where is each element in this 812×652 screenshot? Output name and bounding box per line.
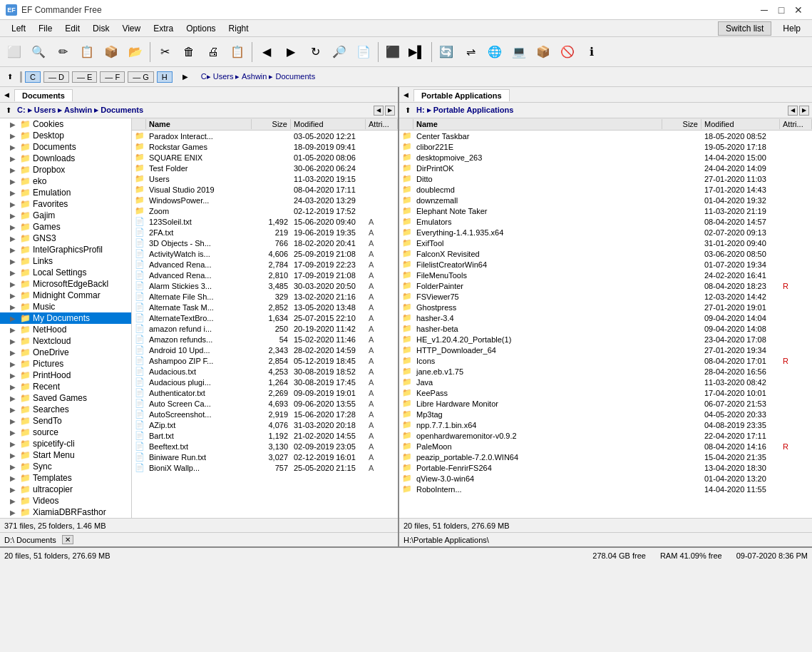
drive-g-left[interactable]: — G (128, 71, 154, 83)
tree-item-gns3[interactable]: ▶📁GNS3 (0, 233, 131, 244)
right-col-icon[interactable] (399, 119, 413, 129)
left-file-row[interactable]: 📄 Authenticator.txt 2,269 09-09-2019 19:… (132, 387, 398, 398)
tree-item-ultracopier[interactable]: ▶📁ultracopier (0, 484, 131, 495)
tree-item-intelgraphicsprofil[interactable]: ▶📁IntelGraphicsProfil (0, 244, 131, 255)
right-panel-next[interactable]: ▶ (799, 106, 809, 116)
tree-item-nethood[interactable]: ▶📁NetHood (0, 324, 131, 335)
toolbar-view-btn[interactable]: ⬜ (3, 41, 26, 63)
left-file-row[interactable]: 📄 Alternate File Sh... 329 13-02-2020 21… (132, 291, 398, 302)
tree-item-templates[interactable]: ▶📁Templates (0, 472, 131, 484)
toolbar-edit-btn[interactable]: ✏ (51, 41, 74, 63)
toolbar-copy-btn[interactable]: 📋 (76, 41, 98, 63)
left-file-row[interactable]: 📄 Audacious plugi... 1,264 30-08-2019 17… (132, 377, 398, 387)
left-file-row[interactable]: 📄 BioniX Wallp... 757 25-05-2020 21:15 A (132, 462, 398, 473)
toolbar-forward-btn[interactable]: ▶ (279, 41, 302, 63)
left-file-row[interactable]: 📄 Android 10 Upd... 2,343 28-02-2020 14:… (132, 345, 398, 355)
left-file-row[interactable]: 📄 Alternate Task M... 2,852 13-05-2020 1… (132, 302, 398, 312)
right-folder-row[interactable]: 📁 FileMenuTools 24-02-2020 16:41 (399, 270, 812, 280)
tree-item-xiamiadbrfasthor[interactable]: ▶📁XiamiaDBRFasthor (0, 506, 131, 518)
left-panel-next[interactable]: ▶ (385, 106, 395, 116)
left-file-row[interactable]: 📄 ActivityWatch is... 4,606 25-09-2019 2… (132, 248, 398, 259)
tree-item-videos[interactable]: ▶📁Videos (0, 495, 131, 506)
left-file-row[interactable]: 📄 123Soleil.txt 1,492 15-06-2020 09:40 A (132, 216, 398, 227)
tree-item-downloads[interactable]: ▶📁Downloads (0, 153, 131, 164)
right-folder-row[interactable]: 📁 Emulators 08-04-2020 14:57 (399, 216, 812, 227)
menu-left[interactable]: Left (6, 22, 31, 35)
drive-e-left[interactable]: — E (72, 71, 97, 83)
left-folder-row[interactable]: 📁 Test Folder 30-06-2020 06:24 (132, 163, 398, 173)
right-folder-row[interactable]: 📁 Elephant Note Taker 11-03-2020 21:19 (399, 205, 812, 216)
right-folder-row[interactable]: 📁 FSViewer75 12-03-2020 14:42 (399, 291, 812, 302)
toolbar-net-btn[interactable]: 🌐 (483, 41, 506, 63)
close-button[interactable]: ✕ (791, 3, 806, 17)
left-col-modified[interactable]: Modified (291, 119, 366, 129)
toolbar-delete-btn[interactable]: 🗑 (178, 41, 200, 63)
tree-item-dropbox[interactable]: ▶📁Dropbox (0, 164, 131, 175)
toolbar-cmd-btn[interactable]: ▶▌ (406, 41, 428, 63)
left-panel-prev[interactable]: ◀ (374, 106, 384, 116)
right-folder-row[interactable]: 📁 DirPrintOK 24-04-2020 14:09 (399, 163, 812, 173)
right-folder-row[interactable]: 📁 desktopmoive_263 14-04-2020 15:00 (399, 152, 812, 163)
tree-item-eko[interactable]: ▶📁eko (0, 175, 131, 187)
left-file-row[interactable]: 📄 Ashampoo ZIP F... 2,854 05-12-2019 18:… (132, 355, 398, 366)
right-folder-row[interactable]: 📁 Icons 08-04-2020 17:01 R (399, 355, 812, 366)
right-folder-row[interactable]: 📁 openhardwaremonitor-v0.9.2 22-04-2020 … (399, 430, 812, 441)
tree-item-onedrive[interactable]: ▶📁OneDrive (0, 347, 131, 358)
left-folder-row[interactable]: 📁 Rockstar Games 18-09-2019 09:41 (132, 141, 398, 152)
right-folder-row[interactable]: 📁 clibor221E 19-05-2020 17:18 (399, 141, 812, 152)
left-folder-row[interactable]: 📁 SQUARE ENIX 01-05-2020 08:06 (132, 152, 398, 163)
left-file-row[interactable]: 📄 Amazon refunds... 54 15-02-2020 11:46 … (132, 334, 398, 345)
right-folder-row[interactable]: 📁 FolderPainter 08-04-2020 18:23 R (399, 280, 812, 291)
toolbar-stop-btn[interactable]: 🚫 (556, 41, 579, 63)
tree-item-saved-games[interactable]: ▶📁Saved Games (0, 392, 131, 404)
tree-item-nextcloud[interactable]: ▶📁Nextcloud (0, 335, 131, 347)
left-col-attr[interactable]: Attri... (366, 119, 398, 129)
right-folder-row[interactable]: 📁 doublecmd 17-01-2020 14:43 (399, 184, 812, 195)
tree-item-links[interactable]: ▶📁Links (0, 255, 131, 267)
toolbar-newfolder-btn[interactable]: 📂 (124, 41, 147, 63)
left-file-row[interactable]: 📄 Auto Screen Ca... 4,693 09-06-2020 13:… (132, 398, 398, 409)
left-file-row[interactable]: 📄 Alarm Stickies 3... 3,485 30-03-2020 2… (132, 280, 398, 291)
toolbar-sync-btn[interactable]: 🔄 (435, 41, 458, 63)
left-file-row[interactable]: 📄 AutoScreenshot... 2,919 15-06-2020 17:… (132, 409, 398, 419)
menu-extra[interactable]: Extra (148, 22, 179, 35)
toolbar-move-btn[interactable]: 📦 (100, 41, 123, 63)
right-panel-up-btn[interactable]: ⬆ (402, 105, 413, 116)
right-folder-row[interactable]: 📁 FilelistCreatorWin64 01-07-2020 19:34 (399, 259, 812, 270)
left-file-row[interactable]: 📄 Bart.txt 1,192 21-02-2020 14:55 A (132, 430, 398, 441)
tree-item-local-settings[interactable]: ▶📁Local Settings (0, 267, 131, 278)
right-folder-row[interactable]: 📁 KeePass 17-04-2020 10:01 (399, 387, 812, 398)
toolbar-terminal-btn[interactable]: ⬛ (381, 41, 404, 63)
toolbar-compare-btn[interactable]: ⇌ (459, 41, 482, 63)
drive-arrow-left[interactable]: ▶ (178, 70, 192, 84)
left-tab-scroll-left[interactable]: ◀ (0, 88, 13, 101)
tree-item-pictures[interactable]: ▶📁Pictures (0, 358, 131, 370)
left-file-row[interactable]: 📄 2FA.txt 219 19-06-2019 19:35 A (132, 227, 398, 238)
right-col-attr[interactable]: Attri... (780, 119, 812, 129)
left-tab-documents[interactable]: Documents (14, 89, 73, 101)
right-tab-scroll-left[interactable]: ◀ (399, 88, 412, 101)
left-file-row[interactable]: 📄 Audacious.txt 4,253 30-08-2019 18:52 A (132, 366, 398, 377)
left-path-close-btn[interactable]: ✕ (62, 535, 73, 544)
toolbar-print-btn[interactable]: 🖨 (202, 41, 225, 63)
right-folder-row[interactable]: 📁 Center Taskbar 18-05-2020 08:52 (399, 131, 812, 141)
tree-item-cookies[interactable]: ▶📁Cookies (0, 118, 131, 130)
right-folder-row[interactable]: 📁 RoboIntern... 14-04-2020 11:55 (399, 484, 812, 494)
tree-item-music[interactable]: ▶📁Music (0, 301, 131, 312)
switch-list-button[interactable]: Switch list (718, 21, 771, 36)
right-folder-row[interactable]: 📁 Ghostpress 27-01-2020 19:01 (399, 302, 812, 312)
drive-c-left[interactable]: C (25, 71, 41, 83)
right-folder-row[interactable]: 📁 PaleMoon 08-04-2020 14:16 R (399, 441, 812, 452)
tree-item-my-documents[interactable]: ▶📁My Documents (0, 312, 131, 324)
tree-item-printhood[interactable]: ▶📁PrintHood (0, 370, 131, 381)
drive-f-left[interactable]: — F (100, 71, 125, 83)
tree-item-favorites[interactable]: ▶📁Favorites (0, 198, 131, 210)
right-folder-row[interactable]: 📁 Ditto 27-01-2020 11:03 (399, 173, 812, 184)
menu-file[interactable]: File (33, 22, 58, 35)
tree-item-start-menu[interactable]: ▶📁Start Menu (0, 449, 131, 461)
left-file-row[interactable]: 📄 3D Objects - Sh... 766 18-02-2020 20:4… (132, 238, 398, 248)
right-col-size[interactable]: Size (662, 119, 701, 129)
toolbar-pack-btn[interactable]: 📦 (532, 41, 555, 63)
right-col-modified[interactable]: Modified (701, 119, 780, 129)
tree-item-recent[interactable]: ▶📁Recent (0, 381, 131, 392)
